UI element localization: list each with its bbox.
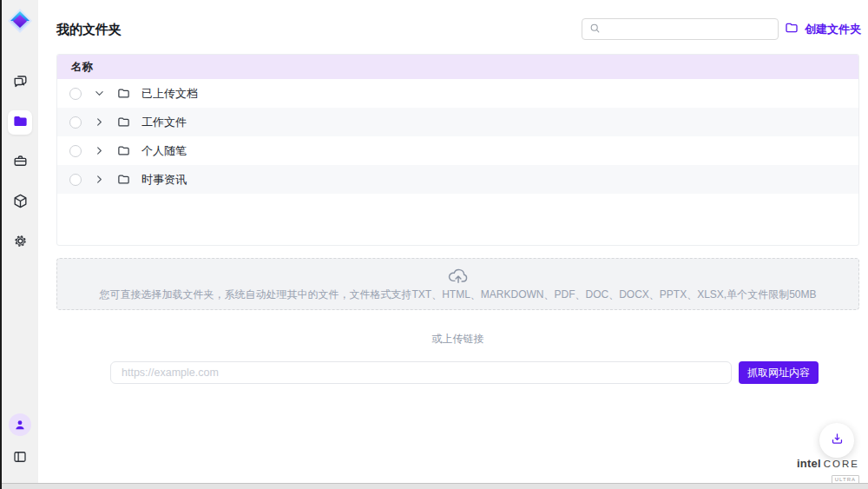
sidebar-item-models[interactable] xyxy=(8,190,32,215)
folder-filled-icon xyxy=(12,113,29,133)
page-title: 我的文件夹 xyxy=(56,22,122,38)
folder-icon xyxy=(116,173,130,187)
sidebar-item-folders[interactable] xyxy=(8,110,32,135)
table-row[interactable]: 时事资讯 xyxy=(57,165,858,194)
folder-name: 时事资讯 xyxy=(141,172,187,188)
upload-dropzone[interactable]: 您可直接选择加载文件夹，系统自动处理其中的文件，文件格式支持TXT、HTML、M… xyxy=(56,258,859,310)
create-folder-button[interactable]: 创建文件夹 xyxy=(785,18,861,40)
folder-icon xyxy=(116,144,130,158)
row-checkbox[interactable] xyxy=(69,88,82,100)
upload-hint-text: 您可直接选择加载文件夹，系统自动处理其中的文件，文件格式支持TXT、HTML、M… xyxy=(99,287,816,302)
folder-plus-icon xyxy=(785,21,799,37)
folder-icon xyxy=(116,87,130,101)
sidebar-item-settings[interactable] xyxy=(8,230,32,254)
row-checkbox[interactable] xyxy=(69,116,82,129)
folder-name: 个人随笔 xyxy=(141,143,187,159)
intel-core-logo: intel core ultra xyxy=(797,458,859,484)
table-row[interactable]: 工作文件 xyxy=(57,108,858,136)
fetch-url-button[interactable]: 抓取网址内容 xyxy=(739,361,819,384)
brand-core-text: core xyxy=(824,459,859,470)
download-button[interactable] xyxy=(819,423,854,458)
or-upload-link-label: 或上传链接 xyxy=(56,332,859,347)
create-folder-label: 创建文件夹 xyxy=(805,22,861,37)
folder-table: 名称 已上传文档 工作文件 xyxy=(56,54,859,246)
sidebar xyxy=(2,0,38,483)
chevron-right-icon[interactable] xyxy=(93,116,105,129)
row-checkbox[interactable] xyxy=(69,174,82,186)
table-row[interactable]: 已上传文档 xyxy=(57,79,858,108)
column-name: 名称 xyxy=(71,60,93,75)
url-input[interactable] xyxy=(110,361,732,384)
main-content: 我的文件夹 创建文件夹 名称 xyxy=(38,0,868,483)
sidebar-collapse-button[interactable] xyxy=(8,446,32,471)
folder-name: 已上传文档 xyxy=(141,86,198,102)
chevron-right-icon[interactable] xyxy=(93,174,105,186)
folder-icon xyxy=(116,116,130,129)
search-box[interactable] xyxy=(582,18,779,40)
download-icon xyxy=(830,432,845,449)
sidebar-item-chat[interactable] xyxy=(8,70,32,95)
app-logo-icon[interactable] xyxy=(7,8,33,34)
url-upload-row: 抓取网址内容 xyxy=(110,361,819,384)
panel-toggle-icon xyxy=(12,449,28,468)
row-checkbox[interactable] xyxy=(69,145,82,157)
chevron-right-icon[interactable] xyxy=(93,145,105,157)
sidebar-item-workspace[interactable] xyxy=(8,150,32,175)
window-bottom-strip xyxy=(0,483,868,489)
table-row[interactable]: 个人随笔 xyxy=(57,136,858,165)
brand-badge: ultra xyxy=(832,475,859,484)
table-header: 名称 xyxy=(57,55,858,79)
window-edge xyxy=(0,0,2,489)
chat-icon xyxy=(12,73,29,93)
sidebar-bottom xyxy=(8,413,32,471)
user-avatar[interactable] xyxy=(9,413,31,436)
chevron-down-icon[interactable] xyxy=(93,88,105,100)
briefcase-icon xyxy=(12,153,29,173)
table-body: 已上传文档 工作文件 个人随笔 xyxy=(57,79,858,194)
cube-icon xyxy=(12,193,29,213)
gear-icon xyxy=(12,233,29,253)
cloud-upload-icon xyxy=(447,267,470,284)
sidebar-nav xyxy=(8,70,32,254)
search-input[interactable] xyxy=(606,23,771,36)
brand-intel-text: intel xyxy=(797,458,821,469)
search-icon xyxy=(589,22,601,37)
folder-name: 工作文件 xyxy=(141,115,187,130)
